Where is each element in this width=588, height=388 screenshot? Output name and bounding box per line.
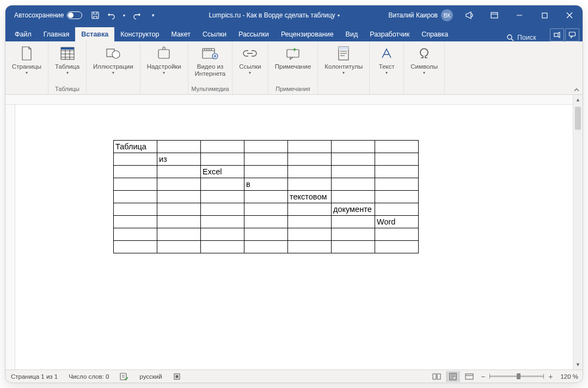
vertical-ruler[interactable] bbox=[5, 105, 15, 369]
tab-design[interactable]: Конструктор bbox=[114, 27, 165, 41]
table-cell[interactable] bbox=[157, 203, 201, 216]
table-cell[interactable] bbox=[114, 228, 157, 241]
table-cell[interactable] bbox=[201, 241, 244, 253]
text-button[interactable]: Текст ▾ bbox=[372, 43, 401, 84]
scroll-down-icon[interactable]: ▼ bbox=[573, 360, 583, 369]
table-cell[interactable] bbox=[332, 191, 375, 203]
table-cell[interactable] bbox=[201, 228, 244, 241]
zoom-out-button[interactable]: − bbox=[479, 372, 487, 381]
table-cell[interactable] bbox=[157, 191, 201, 203]
table-cell[interactable] bbox=[114, 203, 157, 216]
table-cell[interactable] bbox=[201, 216, 244, 228]
horizontal-ruler[interactable] bbox=[5, 95, 573, 105]
table-cell[interactable]: Word bbox=[375, 216, 419, 228]
table-cell[interactable] bbox=[244, 203, 288, 216]
table-cell[interactable] bbox=[157, 141, 201, 153]
table-cell[interactable] bbox=[114, 178, 157, 191]
save-button[interactable] bbox=[89, 9, 102, 22]
qat-customize[interactable]: ▾ bbox=[146, 9, 160, 22]
symbols-button[interactable]: Символы ▾ bbox=[406, 43, 442, 84]
status-words[interactable]: Число слов: 0 bbox=[63, 373, 114, 380]
table-cell[interactable] bbox=[375, 228, 419, 241]
table-cell[interactable] bbox=[288, 178, 332, 191]
table-cell[interactable] bbox=[375, 178, 419, 191]
tab-developer[interactable]: Разработчик bbox=[364, 27, 415, 41]
tab-references[interactable]: Ссылки bbox=[197, 27, 232, 41]
table-cell[interactable] bbox=[157, 241, 201, 253]
table-cell[interactable] bbox=[201, 153, 244, 166]
table-cell[interactable] bbox=[332, 216, 375, 228]
comments-button[interactable] bbox=[565, 28, 579, 41]
status-macro[interactable] bbox=[168, 373, 186, 380]
document-table[interactable]: ТаблицаизExcelвтекстовомдокументеWord bbox=[113, 140, 419, 253]
user-avatar[interactable]: ВК bbox=[441, 9, 453, 21]
table-cell[interactable]: Excel bbox=[201, 166, 244, 178]
web-layout-button[interactable] bbox=[462, 371, 476, 382]
zoom-level[interactable]: 120 % bbox=[557, 373, 578, 380]
search-box[interactable] bbox=[501, 34, 550, 41]
search-input[interactable] bbox=[517, 34, 544, 41]
undo-dropdown[interactable]: ▾ bbox=[121, 9, 127, 22]
table-cell[interactable] bbox=[288, 241, 332, 253]
tab-home[interactable]: Главная bbox=[38, 27, 76, 41]
redo-button[interactable] bbox=[130, 9, 143, 22]
table-cell[interactable] bbox=[201, 178, 244, 191]
illustrations-button[interactable]: Иллюстрации ▾ bbox=[89, 43, 138, 84]
table-cell[interactable] bbox=[288, 153, 332, 166]
ribbon-display-button[interactable] bbox=[482, 5, 506, 25]
status-language[interactable]: русский bbox=[134, 373, 167, 380]
table-cell[interactable] bbox=[375, 191, 419, 203]
scroll-thumb[interactable] bbox=[575, 107, 581, 130]
table-cell[interactable] bbox=[288, 166, 332, 178]
collapse-ribbon-button[interactable] bbox=[574, 88, 579, 92]
tab-view[interactable]: Вид bbox=[340, 27, 364, 41]
table-cell[interactable] bbox=[375, 153, 419, 166]
table-cell[interactable] bbox=[288, 216, 332, 228]
status-page[interactable]: Страница 1 из 1 bbox=[5, 373, 63, 380]
table-cell[interactable] bbox=[114, 166, 157, 178]
table-cell[interactable] bbox=[375, 203, 419, 216]
document-area[interactable]: ТаблицаизExcelвтекстовомдокументеWord bbox=[5, 95, 573, 369]
table-cell[interactable] bbox=[244, 241, 288, 253]
undo-button[interactable] bbox=[105, 9, 118, 22]
share-button[interactable] bbox=[550, 28, 564, 41]
table-cell[interactable]: документе bbox=[332, 203, 375, 216]
table-cell[interactable] bbox=[201, 141, 244, 153]
table-cell[interactable] bbox=[375, 241, 419, 253]
table-cell[interactable] bbox=[375, 166, 419, 178]
close-button[interactable] bbox=[558, 5, 581, 25]
table-cell[interactable] bbox=[244, 166, 288, 178]
vertical-scrollbar[interactable]: ▲ ▼ bbox=[573, 95, 583, 369]
status-spellcheck[interactable] bbox=[114, 373, 134, 380]
read-mode-button[interactable] bbox=[430, 371, 444, 382]
table-cell[interactable]: текстовом bbox=[288, 191, 332, 203]
minimize-button[interactable] bbox=[507, 5, 531, 25]
tab-review[interactable]: Рецензирование bbox=[275, 27, 340, 41]
tab-mailings[interactable]: Рассылки bbox=[232, 27, 275, 41]
table-cell[interactable] bbox=[244, 153, 288, 166]
table-cell[interactable] bbox=[114, 241, 157, 253]
table-cell[interactable] bbox=[332, 228, 375, 241]
zoom-handle[interactable] bbox=[517, 373, 520, 379]
table-cell[interactable] bbox=[201, 203, 244, 216]
maximize-button[interactable] bbox=[532, 5, 556, 25]
print-layout-button[interactable] bbox=[446, 371, 460, 382]
title-dropdown-icon[interactable]: ▾ bbox=[338, 13, 340, 18]
coming-soon-button[interactable] bbox=[457, 5, 481, 25]
table-cell[interactable] bbox=[332, 166, 375, 178]
comment-button[interactable]: Примечание bbox=[271, 43, 316, 84]
table-cell[interactable] bbox=[244, 216, 288, 228]
table-cell[interactable] bbox=[288, 228, 332, 241]
table-cell[interactable]: Таблица bbox=[114, 141, 157, 153]
scroll-up-icon[interactable]: ▲ bbox=[573, 95, 583, 105]
table-cell[interactable] bbox=[332, 141, 375, 153]
table-cell[interactable] bbox=[201, 191, 244, 203]
table-cell[interactable] bbox=[157, 166, 201, 178]
tab-help[interactable]: Справка bbox=[415, 27, 454, 41]
online-video-button[interactable]: Видео из Интернета bbox=[191, 43, 230, 84]
pages-button[interactable]: Страницы ▾ bbox=[8, 43, 46, 84]
links-button[interactable]: Ссылки ▾ bbox=[235, 43, 266, 84]
table-cell[interactable] bbox=[157, 178, 201, 191]
table-cell[interactable] bbox=[332, 153, 375, 166]
table-cell[interactable] bbox=[332, 178, 375, 191]
